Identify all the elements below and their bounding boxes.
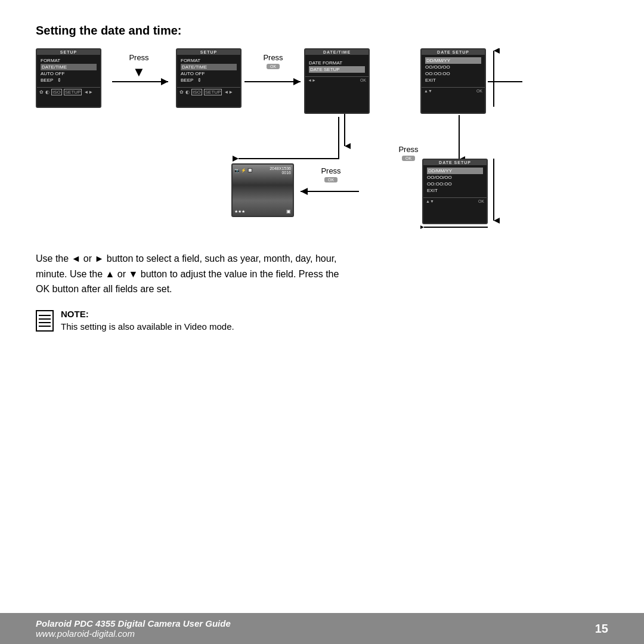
- ok-btn-1: OK: [267, 64, 280, 69]
- body-line2: minute. Use the ▲ or ▼ button to adjust …: [36, 267, 596, 282]
- screen-setup-1: SETUP FORMAT DATE/TIME AUTO OFF BEEP ⇕ ✿…: [36, 48, 101, 108]
- note-content: NOTE: This setting is also available in …: [61, 309, 234, 332]
- press2-group: Press OK: [249, 53, 297, 69]
- press2-label: Press: [263, 53, 283, 62]
- footer-title: Polaroid PDC 4355 Digital Camera User Gu…: [36, 618, 231, 628]
- arrow-down-3: [488, 159, 500, 224]
- photo-stars: ★★★: [234, 209, 245, 214]
- arrow-connect-top: [488, 76, 524, 88]
- screen4-row-exit: EXIT: [425, 77, 481, 83]
- screen-datetime: DATE/TIME DATE FORMAT DATE SETUP ◄► OK: [304, 48, 370, 114]
- screen2-row-autooff: AUTO OFF: [181, 70, 237, 77]
- screen3-header: DATE/TIME: [305, 49, 369, 55]
- body-line3: OK button after all fields are set.: [36, 281, 596, 297]
- press4-group: Press OK: [310, 166, 352, 182]
- screen4-row-ddmmyy: DD/MM/YY: [425, 57, 481, 64]
- press4-label: Press: [321, 166, 340, 175]
- screen6-row-ddmmyy: DD/MM/YY: [427, 168, 483, 174]
- photo-resolution: 2048X1536 0016: [270, 166, 291, 175]
- screen-datesetup-1: DATE SETUP DD/MM/YY OO/OO/OO OO:OO:OO EX…: [420, 48, 486, 114]
- footer-left: Polaroid PDC 4355 Digital Camera User Gu…: [36, 618, 231, 639]
- screen6-row-time: OO:OO:OO: [427, 181, 483, 187]
- photo-icons: 📷⚡🔲: [234, 168, 253, 173]
- footer-page-number: 15: [595, 622, 608, 636]
- screen-photo: 📷⚡🔲 2048X1536 0016 ★★★ ▣: [231, 163, 294, 217]
- screen4-row-date: OO/OO/OO: [425, 64, 481, 70]
- note-body: This setting is also available in Video …: [61, 321, 234, 332]
- ok-btn-3: OK: [324, 177, 338, 182]
- note-icon: [36, 310, 54, 332]
- photo-sd-icon: ▣: [286, 209, 291, 214]
- arrow-connect-bottom: [420, 221, 489, 233]
- screen3-row-datesetup: DATE SETUP: [309, 66, 365, 73]
- screen4-row-time: OO:OO:OO: [425, 70, 481, 77]
- arrow-down-2: [453, 115, 465, 163]
- arrow-right-3: [297, 185, 363, 197]
- screen3-row-dateformat: DATE FORMAT: [309, 60, 365, 66]
- footer-url: www.polaroid-digital.com: [36, 628, 231, 639]
- press1-label: Press: [129, 53, 148, 62]
- body-text: Use the ◄ or ► button to select a field,…: [36, 251, 596, 297]
- body-line1: Use the ◄ or ► button to select a field,…: [36, 251, 596, 267]
- screen1-row-beep: BEEP ⇕: [41, 77, 97, 83]
- screen2-row-format: FORMAT: [181, 57, 237, 64]
- footer: Polaroid PDC 4355 Digital Camera User Gu…: [0, 613, 644, 644]
- note-section: NOTE: This setting is also available in …: [36, 309, 608, 332]
- screen6-row-exit: EXIT: [427, 187, 483, 194]
- arrow-right-2: [244, 76, 304, 88]
- ok-btn-2: OK: [402, 156, 415, 161]
- screen4-header: DATE SETUP: [422, 49, 485, 55]
- screen6-header: DATE SETUP: [423, 160, 487, 165]
- screen1-row-autooff: AUTO OFF: [41, 70, 97, 77]
- screen-datesetup-2: DATE SETUP DD/MM/YY OO/OO/OO OO:OO:OO EX…: [422, 159, 488, 224]
- screen2-header: SETUP: [177, 49, 240, 55]
- diagram-container: SETUP FORMAT DATE/TIME AUTO OFF BEEP ⇕ ✿…: [36, 48, 608, 239]
- screen-setup-2: SETUP FORMAT DATE/TIME AUTO OFF BEEP ⇕ ✿…: [176, 48, 242, 108]
- arrow-right-1: [112, 76, 172, 88]
- screen1-row-datetime: DATE/TIME: [41, 64, 97, 70]
- press3-label: Press: [398, 145, 418, 154]
- screen2-row-beep: BEEP ⇕: [181, 77, 237, 83]
- section-title: Setting the date and time:: [36, 24, 608, 38]
- screen6-row-date: OO/OO/OO: [427, 174, 483, 181]
- screen1-row-format: FORMAT: [41, 57, 97, 64]
- note-title: NOTE:: [61, 309, 234, 319]
- screen1-header: SETUP: [37, 49, 100, 55]
- screen2-row-datetime: DATE/TIME: [181, 64, 237, 70]
